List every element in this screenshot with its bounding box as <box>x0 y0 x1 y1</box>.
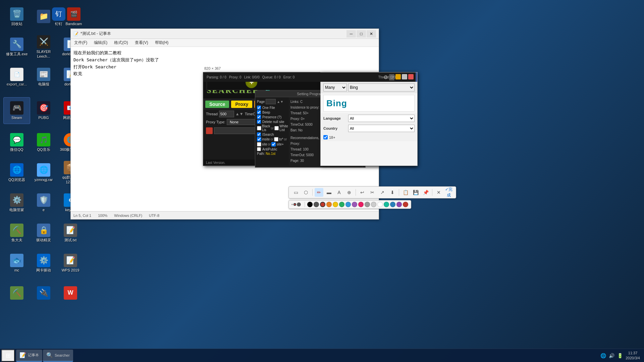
pen-large[interactable] <box>297 202 301 206</box>
save-tool[interactable]: 💾 <box>411 188 420 197</box>
color-darkred[interactable] <box>403 202 408 207</box>
color-gray[interactable] <box>365 202 370 207</box>
clipboard-tool[interactable]: 📋 <box>401 188 410 197</box>
minimize-searcher-btn[interactable] <box>395 74 401 79</box>
blacklist-checkbox[interactable] <box>257 126 261 130</box>
desktop-icon-mojang[interactable]: ⛏️ 鱼大夫 <box>3 220 30 246</box>
text-tool[interactable]: A <box>335 188 343 197</box>
color-darkblue[interactable] <box>390 202 395 207</box>
done-button[interactable]: ✓完成 <box>444 188 453 197</box>
color-purple[interactable] <box>352 202 357 207</box>
desktop-icon-pcmgr[interactable]: 🛡️ e <box>30 189 57 216</box>
menu-view[interactable]: 查看(V) <box>133 39 150 46</box>
antipublic-checkbox[interactable] <box>257 147 261 151</box>
color-lightgray[interactable] <box>371 202 376 207</box>
pen-tool[interactable]: ✏ <box>315 188 323 197</box>
marker-tool[interactable]: ▬ <box>325 188 333 197</box>
desktop-icon-repair[interactable]: 🔧 修复工具.exe <box>3 34 30 60</box>
presence-checkbox[interactable] <box>257 115 261 119</box>
close-searcher-btn[interactable] <box>408 74 414 79</box>
beep-checkbox[interactable] <box>257 110 261 114</box>
delete-null-checkbox[interactable] <box>257 120 261 124</box>
desktop-icon-b8kkb[interactable]: ⚙️ 电脑管家 <box>3 189 30 216</box>
desktop-icon-fish[interactable]: 🐟 mc <box>3 250 30 277</box>
taskbar-notepad[interactable]: 📝 记事本 <box>16 350 42 362</box>
desktop-icon-mc[interactable]: ⛏️ <box>3 280 30 307</box>
desktop-icon-1txt[interactable]: 📝 测试.txt <box>57 220 84 246</box>
desktop-icon-pubg[interactable]: 🎯 PUBG <box>30 97 57 124</box>
color-orange[interactable] <box>326 202 332 207</box>
palette-divider <box>305 202 305 207</box>
error-stat: Error: 0 <box>283 75 294 79</box>
arrow-tool[interactable]: ↗ <box>378 188 387 197</box>
desktop-icon-pcnews[interactable]: 📰 电脑报 <box>30 64 57 90</box>
desktop-icon-export[interactable]: 📄 export_car... <box>3 64 30 90</box>
polygon-tool[interactable]: ⬡ <box>302 188 310 197</box>
age-checkbox[interactable] <box>323 135 328 139</box>
download-tool[interactable]: ⬇ <box>388 188 397 197</box>
system-clock[interactable]: 11:37 2020/3/4 <box>626 351 640 360</box>
sp-country-select[interactable]: All <box>348 125 415 132</box>
desktop-icon-qqmusic[interactable]: 🎵 QQ音乐 <box>30 129 57 156</box>
whitelist-checkbox[interactable] <box>274 126 279 130</box>
one-file-checkbox[interactable] <box>257 106 261 110</box>
minimize-button[interactable]: ─ <box>346 30 356 38</box>
pin-tool[interactable]: 📌 <box>421 188 430 197</box>
proxy-button[interactable]: Proxy <box>231 101 252 108</box>
pen-small[interactable] <box>291 204 293 205</box>
desktop-icon-wechat[interactable]: 💬 微信QQ <box>3 129 30 156</box>
color-red[interactable] <box>320 202 325 207</box>
color-blue[interactable] <box>345 202 351 207</box>
close-button[interactable]: ✕ <box>367 30 376 38</box>
start-button[interactable]: ⊞ <box>1 350 15 362</box>
sp-many-select[interactable]: Many One All <box>323 83 347 92</box>
color-green[interactable] <box>339 202 344 207</box>
color-black[interactable] <box>307 202 313 207</box>
undo-tool[interactable]: ↩ <box>358 188 367 197</box>
isearch-checkbox[interactable] <box>257 132 261 136</box>
menu-help[interactable]: 帮助(H) <box>153 39 171 46</box>
source-button[interactable]: Source <box>205 101 229 108</box>
desktop-icon-golink[interactable]: 🌐 QQ浏览器 <box>3 159 30 186</box>
desktop-icon-slayer[interactable]: ⚔️ SLAYER Leech... <box>30 34 57 60</box>
plus-tool[interactable]: ⊕ <box>345 188 354 197</box>
thread-input[interactable] <box>219 111 234 117</box>
siteplus-checkbox[interactable] <box>271 142 276 146</box>
desktop-icon-driver[interactable]: ⚙️ 网卡驱动 <box>30 250 57 277</box>
desktop-icon-netcard[interactable]: 🔌 <box>30 280 57 307</box>
sp-language-select[interactable]: All <box>348 115 415 122</box>
menu-format[interactable]: 格式(O) <box>112 39 130 46</box>
desktop-icon-bandicam[interactable]: 🎬 Bandicam <box>60 3 87 30</box>
color-white[interactable] <box>377 202 383 207</box>
menu-file[interactable]: 文件(F) <box>72 39 89 46</box>
color-pink[interactable] <box>358 202 364 207</box>
maximize-button[interactable]: □ <box>357 30 366 38</box>
sp-engine-select[interactable]: Bing Google Yahoo <box>348 83 415 92</box>
maximize-searcher-btn[interactable] <box>402 74 407 79</box>
color-teal[interactable] <box>384 202 389 207</box>
color-yellow[interactable] <box>333 202 338 207</box>
battery-tray-icon[interactable]: 🔋 <box>617 353 623 358</box>
desktop-icon-supvpn[interactable]: 🔒 驱动精灵 <box>30 220 57 246</box>
volume-tray-icon[interactable]: 🔊 <box>609 353 614 358</box>
desktop-icon-wps[interactable]: W <box>57 280 84 307</box>
crop-tool[interactable]: ✂ <box>368 188 377 197</box>
red-action-button[interactable] <box>206 127 213 134</box>
desktop-icon-testtxt[interactable]: 📝 WPS 2019 <box>57 250 84 277</box>
rect-tool[interactable]: ▭ <box>291 188 300 197</box>
desktop-icon-recycle[interactable]: 🗑️ 回收站 <box>3 3 30 30</box>
color-darkgray[interactable] <box>314 202 319 207</box>
searcher-titlebar: Parsing: 0 / 0 Proxy: 0 Link: 0/0/0 Queu… <box>203 72 416 82</box>
site-empty-checkbox[interactable] <box>257 142 261 146</box>
menu-edit[interactable]: 编辑(E) <box>92 39 109 46</box>
page-input[interactable] <box>266 99 276 104</box>
color-darkpurple[interactable] <box>396 202 402 207</box>
to-checkbox[interactable] <box>274 137 278 141</box>
pen-medium-active[interactable] <box>293 203 296 206</box>
taskbar-searcher[interactable]: 🔍 Searcher <box>43 350 73 362</box>
insite-checkbox[interactable] <box>257 137 261 141</box>
close-snip-button[interactable]: ✕ <box>434 188 443 197</box>
network-tray-icon[interactable]: 🌐 <box>600 353 606 358</box>
desktop-icon-steam[interactable]: 🎮 Steam <box>3 97 30 124</box>
desktop-icon-qqbrowser[interactable]: 🌐 yzmrxgj.rar <box>30 159 57 186</box>
